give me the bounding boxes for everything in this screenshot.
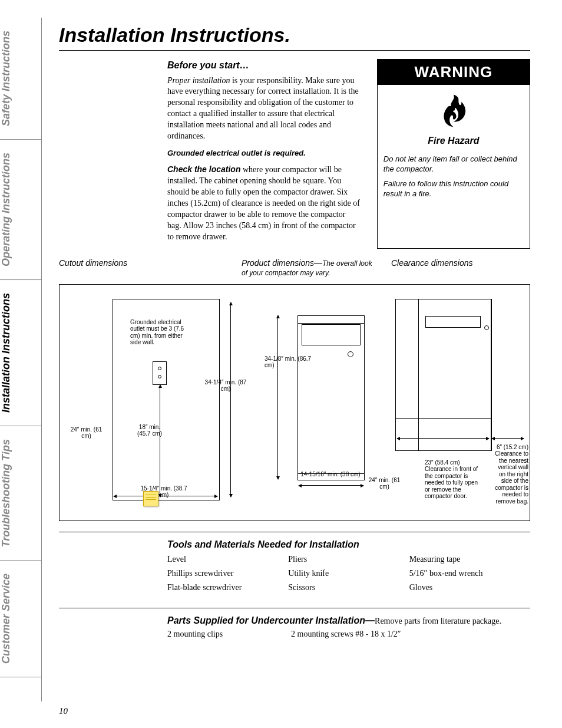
compactor-drawing — [297, 315, 365, 480]
arrow-prod-h — [277, 315, 278, 479]
side-tab-customer[interactable]: Customer Service — [0, 561, 41, 677]
rule-2 — [59, 532, 530, 532]
clear-front-note: 23″ (58.4 cm) Clearance in front of the … — [425, 459, 484, 500]
warning-line2: Failure to follow this instruction could… — [384, 179, 524, 199]
tools-section: Tools and Materials Needed for Installat… — [167, 539, 530, 597]
arrow-prod-w — [299, 485, 363, 486]
page-number: 10 — [59, 706, 68, 716]
warning-header: WARNING — [378, 60, 530, 85]
tool: 5/16″ box-end wrench — [409, 569, 530, 578]
parts-heading: Parts Supplied for Undercounter Installa… — [167, 615, 530, 626]
tool: Measuring tape — [409, 555, 530, 564]
dim-34in: 34-1/4″ min. (87 cm) — [202, 379, 249, 393]
intro-p2-rest: where your compactor will be installed. … — [167, 165, 360, 241]
side-tab-troubleshooting[interactable]: Troubleshooting Tips — [0, 426, 41, 561]
clearance-drawing — [395, 299, 492, 451]
product-heading-lead: Product dimensions— — [242, 258, 322, 268]
grounded-required: Grounded electrical outlet is required. — [167, 148, 361, 159]
side-divider — [41, 18, 42, 701]
fire-hazard-label: Fire Hazard — [378, 136, 530, 151]
parts-heading-lead: Parts Supplied for Undercounter Installa… — [167, 615, 375, 625]
tools-col3: Measuring tape 5/16″ box-end wrench Glov… — [409, 554, 530, 597]
tool: Pliers — [288, 555, 409, 564]
page-content: Installation Instructions. Before you st… — [59, 0, 560, 639]
sticky-note-icon[interactable] — [143, 491, 158, 506]
clearance-heading: Clearance dimensions — [391, 258, 521, 277]
page-title: Installation Instructions. — [59, 24, 530, 47]
intro-p1-rest: is your responsibility. Make sure you ha… — [167, 76, 359, 140]
cutout-heading: Cutout dimensions — [59, 258, 236, 277]
tools-col2: Pliers Utility knife Scissors — [288, 554, 409, 597]
intro-p1-lead: Proper installation — [167, 76, 230, 85]
clear-side-note: 6″ (15.2 cm) Clearance to the nearest ve… — [493, 444, 528, 505]
tool: Phillips screwdriver — [167, 569, 288, 578]
dim-prod-width: 14-15/16″ min. (38 cm) — [295, 471, 366, 478]
warning-line1: Do not let any item fall or collect behi… — [384, 154, 524, 174]
tools-col1: Level Phillips screwdriver Flat-blade sc… — [167, 554, 288, 597]
side-tab-installation[interactable]: Installation Instructions — [0, 280, 41, 426]
intro-block: Before you start… Proper installation is… — [167, 59, 361, 249]
parts-heading-rest: Remove parts from literature package. — [375, 617, 501, 625]
arrow-18in — [160, 385, 160, 497]
parts-grid: 2 mounting clips 2 mounting screws #8 - … — [167, 630, 530, 639]
arrow-34in — [230, 302, 231, 497]
part: 2 mounting screws #8 - 18 x 1/2″ — [291, 630, 415, 639]
dim-headings: Cutout dimensions Product dimensions—The… — [59, 258, 530, 277]
tools-heading: Tools and Materials Needed for Installat… — [167, 539, 530, 550]
dim-24in: 24″ min. (61 cm) — [70, 426, 103, 440]
warning-box: WARNING Fire Hazard Do not let any item … — [377, 59, 530, 249]
intro-p2: Check the location where your compactor … — [167, 164, 361, 242]
outlet-label: Grounded electrical outlet must be 3 (7.… — [130, 319, 195, 346]
intro-row: Before you start… Proper installation is… — [59, 59, 530, 249]
warning-body: Do not let any item fall or collect behi… — [378, 151, 530, 205]
tool: Gloves — [409, 583, 530, 592]
tool: Flat-blade screwdriver — [167, 583, 288, 592]
tool: Scissors — [288, 583, 409, 592]
dim-18in: 18″ min. (45.7 cm) — [135, 424, 164, 437]
product-heading: Product dimensions—The overall look of y… — [242, 258, 377, 277]
clear-wall — [491, 299, 491, 450]
tool: Utility knife — [288, 569, 409, 578]
outlet-icon — [153, 361, 167, 385]
fire-icon — [378, 85, 530, 136]
title-rule — [59, 50, 530, 51]
side-tab-safety[interactable]: Safety Instructions — [0, 18, 41, 140]
dim-prod-depth: 24″ min. (61 cm) — [368, 477, 401, 490]
diagram: Grounded electrical outlet must be 3 (7.… — [59, 284, 530, 521]
part: 2 mounting clips — [167, 630, 291, 639]
tools-grid: Level Phillips screwdriver Flat-blade sc… — [167, 554, 530, 597]
before-you-start-heading: Before you start… — [167, 59, 361, 72]
intro-p2-lead: Check the location — [167, 164, 240, 174]
arrow-clear-front — [397, 438, 489, 439]
side-tab-operating[interactable]: Operating Instructions — [0, 140, 41, 280]
dim-prod-height: 34-1/8″ min. (86.7 cm) — [265, 355, 318, 369]
parts-section: Parts Supplied for Undercounter Installa… — [167, 615, 530, 639]
tool: Level — [167, 555, 288, 564]
side-nav: Safety Instructions Operating Instructio… — [0, 18, 41, 701]
intro-p1: Proper installation is your responsibili… — [167, 75, 361, 142]
rule-3 — [59, 608, 530, 608]
arrow-clear-side — [492, 438, 524, 439]
